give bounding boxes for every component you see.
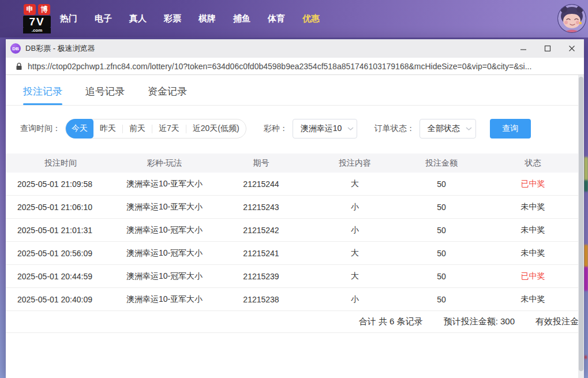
time-option-20days[interactable]: 近20天(低频) — [186, 119, 246, 139]
cell-time: 2025-05-01 21:01:31 — [6, 226, 115, 235]
logo-badge-shen: 申 — [24, 4, 36, 15]
close-icon — [568, 45, 575, 52]
maximize-button[interactable] — [535, 39, 560, 58]
scrollbar[interactable] — [578, 75, 584, 378]
col-header-status: 状态 — [482, 158, 584, 169]
url-text: https://ctop02pchwp1.zfnc84.com/lottery/… — [28, 62, 579, 71]
col-header-time: 投注时间 — [6, 158, 115, 169]
nav-item-slots[interactable]: 电子 — [95, 13, 112, 24]
minimize-icon — [520, 45, 527, 52]
chevron-down-icon — [460, 127, 472, 130]
user-avatar[interactable] — [557, 3, 587, 33]
cell-game: 澳洲幸运10-冠军大小 — [115, 271, 214, 282]
lottery-select-value: 澳洲幸运10 — [301, 123, 342, 134]
cell-content: 大 — [309, 271, 401, 282]
cell-time: 2025-05-01 20:56:09 — [6, 249, 115, 258]
search-button[interactable]: 查询 — [490, 119, 531, 139]
col-header-amount: 投注金额 — [401, 158, 482, 169]
close-button[interactable] — [560, 39, 584, 58]
window-title: DB彩票 - 极速浏览器 — [25, 43, 95, 54]
summary-expected-amount: 预计投注金额: 300 — [444, 316, 515, 327]
chevron-down-icon — [342, 127, 354, 130]
table-row: 2025-05-01 20:44:59 澳洲幸运10-冠军大小 21215239… — [6, 265, 584, 288]
time-option-today[interactable]: 今天 — [66, 119, 93, 139]
tab-chase-records[interactable]: 追号记录 — [85, 85, 125, 105]
status-badge: 未中奖 — [482, 225, 584, 235]
cell-amount: 50 — [401, 226, 482, 235]
cell-amount: 50 — [401, 203, 482, 212]
nav-item-promo[interactable]: 优惠 — [302, 13, 320, 24]
summary-valid-amount: 有效投注金 — [535, 316, 579, 327]
time-option-daybefore[interactable]: 前天 — [123, 119, 152, 139]
window-controls — [511, 39, 584, 58]
site-header: 申 博 7V .com 热门 电子 真人 彩票 棋牌 捕鱼 体育 优惠 — [0, 0, 588, 38]
table-summary-row: 合计 共 6 条记录 预计投注金额: 300 有效投注金 — [6, 311, 584, 333]
cell-time: 2025-05-01 21:09:58 — [6, 179, 115, 189]
col-header-game: 彩种-玩法 — [115, 158, 214, 169]
cell-content: 大 — [309, 248, 401, 259]
cell-amount: 50 — [401, 179, 482, 189]
cell-issue: 21215244 — [214, 179, 309, 189]
maximize-icon — [544, 45, 551, 52]
cell-content: 小 — [309, 294, 401, 305]
order-status-select[interactable]: 全部状态 — [420, 119, 476, 139]
status-badge: 未中奖 — [482, 294, 584, 305]
cell-issue: 21215243 — [214, 203, 309, 212]
lottery-filter-label: 彩种： — [264, 123, 288, 134]
address-bar[interactable]: https://ctop02pchwp1.zfnc84.com/lottery/… — [6, 58, 584, 75]
main-nav: 热门 电子 真人 彩票 棋牌 捕鱼 体育 优惠 — [60, 0, 320, 38]
scrollbar-thumb[interactable] — [579, 77, 583, 371]
time-range-group: 今天 昨天 前天 近7天 近20天(低频) — [65, 119, 246, 139]
status-select-value: 全部状态 — [428, 123, 460, 134]
nav-item-cards[interactable]: 棋牌 — [199, 13, 216, 24]
cell-game: 澳洲幸运10-亚军大小 — [115, 202, 214, 212]
cell-content: 小 — [309, 202, 401, 212]
status-badge: 已中奖 — [482, 179, 584, 189]
status-badge: 已中奖 — [482, 271, 584, 282]
logo-badge-bo: 博 — [38, 4, 50, 15]
logo-badges: 申 博 — [23, 4, 51, 15]
minimize-button[interactable] — [511, 39, 535, 58]
site-logo[interactable]: 申 博 7V .com — [23, 4, 51, 33]
status-filter-label: 订单状态： — [374, 123, 415, 134]
table-row: 2025-05-01 20:56:09 澳洲幸运10-冠军大小 21215241… — [6, 242, 584, 265]
window-titlebar: DB DB彩票 - 极速浏览器 — [6, 39, 584, 58]
nav-item-hot[interactable]: 热门 — [60, 13, 77, 24]
status-badge: 未中奖 — [482, 248, 584, 259]
status-badge: 未中奖 — [482, 202, 584, 212]
cell-content: 小 — [309, 225, 401, 235]
page-content: 投注记录 追号记录 资金记录 查询时间： 今天 昨天 前天 近7天 近20天(低… — [6, 75, 584, 377]
lock-icon — [16, 62, 23, 70]
logo-sub-text: .com — [23, 28, 51, 33]
cell-amount: 50 — [401, 272, 482, 281]
lottery-select[interactable]: 澳洲幸运10 — [293, 119, 357, 139]
cell-issue: 21215239 — [214, 272, 309, 281]
table-row: 2025-05-01 20:40:09 澳洲幸运10-亚军大小 21215238… — [6, 288, 584, 311]
cell-issue: 21215242 — [214, 226, 309, 235]
cell-game: 澳洲幸运10-冠军大小 — [115, 248, 214, 259]
nav-item-live[interactable]: 真人 — [129, 13, 147, 24]
cell-amount: 50 — [401, 249, 482, 258]
tab-bet-records[interactable]: 投注记录 — [23, 85, 62, 105]
nav-item-sports[interactable]: 体育 — [268, 13, 285, 24]
cell-game: 澳洲幸运10-亚军大小 — [115, 294, 214, 305]
cell-issue: 21215241 — [214, 249, 309, 258]
tab-fund-records[interactable]: 资金记录 — [148, 85, 187, 105]
tab-bar: 投注记录 追号记录 资金记录 — [6, 75, 584, 106]
nav-item-lottery[interactable]: 彩票 — [164, 13, 181, 24]
time-option-7days[interactable]: 近7天 — [152, 119, 186, 139]
table-row: 2025-05-01 21:06:10 澳洲幸运10-亚军大小 21215243… — [6, 196, 584, 219]
cell-issue: 21215238 — [214, 295, 309, 304]
nav-item-fishing[interactable]: 捕鱼 — [233, 13, 250, 24]
cell-content: 大 — [309, 179, 401, 189]
table-row: 2025-05-01 21:01:31 澳洲幸运10-冠军大小 21215242… — [6, 219, 584, 242]
table-header-row: 投注时间 彩种-玩法 期号 投注内容 投注金额 状态 — [6, 154, 584, 173]
summary-total-count: 合计 共 6 条记录 — [359, 316, 423, 327]
cell-time: 2025-05-01 21:06:10 — [6, 203, 115, 212]
cell-time: 2025-05-01 20:40:09 — [6, 295, 115, 304]
table-row: 2025-05-01 21:09:58 澳洲幸运10-亚军大小 21215244… — [6, 173, 584, 196]
browser-window: DB DB彩票 - 极速浏览器 https://ctop02pchwp1.zfn… — [6, 39, 584, 378]
time-option-yesterday[interactable]: 昨天 — [93, 119, 122, 139]
col-header-issue: 期号 — [214, 158, 309, 169]
logo-main-text: 7V — [23, 16, 51, 28]
